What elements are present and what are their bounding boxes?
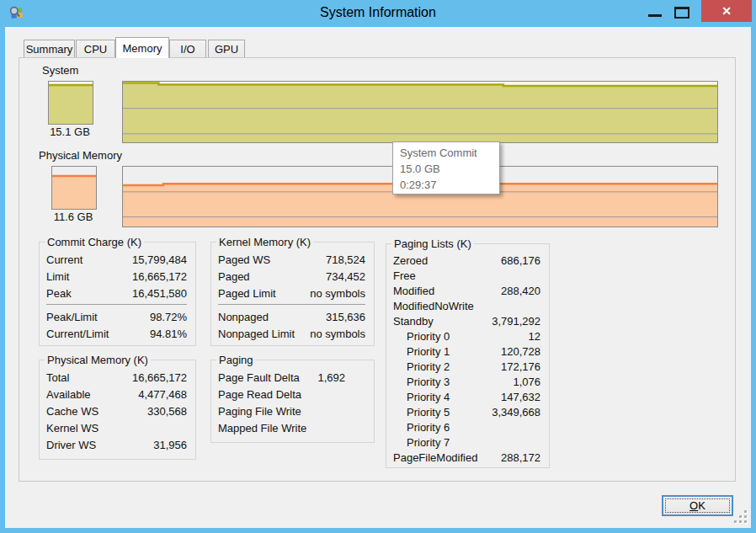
maximize-button[interactable] [668, 0, 695, 22]
stat-row: Current/Limit94.81% [46, 325, 187, 342]
separator [218, 304, 365, 305]
group-title: Paging [216, 354, 255, 366]
ok-label-rest: K [698, 499, 705, 512]
maximize-icon [674, 7, 689, 19]
stat-value: 288,172 [501, 451, 540, 464]
stat-value: 330,568 [147, 405, 187, 418]
stat-value: 1,076 [513, 376, 540, 388]
stat-value: 172,176 [501, 360, 540, 373]
stat-label: Paging File Write [218, 405, 301, 418]
stat-row: Priority 31,076 [393, 374, 540, 389]
tooltip-time: 0:29:37 [400, 177, 492, 193]
tab-cpu[interactable]: CPU [76, 40, 115, 57]
tab-label: Summary [26, 43, 73, 56]
stat-value: 315,636 [326, 311, 365, 323]
stat-row: Modified288,420 [393, 283, 540, 298]
tab-memory[interactable]: Memory [115, 37, 169, 58]
stat-value: 686,176 [501, 254, 540, 267]
stat-row: Priority 6 [393, 419, 540, 434]
stat-label: Modified [393, 285, 434, 297]
tab-label: I/O [180, 43, 194, 56]
stat-label: Mapped File Write [218, 422, 306, 434]
stat-row: Limit16,665,172 [46, 268, 187, 285]
stat-label: Limit [46, 270, 69, 283]
system-gauge-value: 15.1 GB [38, 125, 102, 138]
system-commit-gauge[interactable] [48, 81, 93, 125]
stat-row: Driver WS31,956 [46, 436, 187, 453]
stat-row: Page Read Delta [218, 386, 365, 402]
stat-label: Driver WS [46, 439, 96, 451]
stat-value: 3,791,292 [492, 315, 540, 328]
stat-row: Nonpaged315,636 [218, 308, 365, 325]
system-commit-history-graph[interactable] [122, 81, 718, 143]
tab-gpu[interactable]: GPU [208, 40, 245, 57]
stat-row: ModifiedNoWrite [393, 298, 540, 313]
group-title: Physical Memory (K) [45, 354, 151, 366]
stat-label: Paged Limit [218, 287, 276, 300]
stat-label: Peak/Limit [46, 311, 98, 323]
stat-label: Nonpaged [218, 311, 269, 323]
kernel-memory-group: Kernel Memory (K) Paged WS718,524Paged73… [210, 242, 375, 346]
stat-row: Current15,799,484 [46, 251, 187, 268]
stat-label: Priority 1 [393, 345, 450, 358]
close-icon: ✕ [721, 5, 732, 17]
stat-row: Peak16,451,580 [46, 285, 187, 301]
stat-row: Kernel WS [46, 419, 187, 436]
group-title: Paging Lists (K) [391, 237, 474, 250]
stat-value: no symbols [310, 287, 365, 300]
stat-label: Current/Limit [46, 328, 109, 340]
physical-memory-section-label: Physical Memory [39, 149, 122, 162]
stat-label: Priority 2 [393, 360, 450, 373]
stat-label: Page Fault Delta [218, 371, 300, 384]
stat-row: Page Fault Delta1,692 [218, 369, 365, 386]
stat-row: Nonpaged Limitno symbols [218, 325, 365, 342]
resize-grip[interactable] [734, 510, 749, 525]
stat-label: Priority 6 [393, 421, 450, 434]
stat-row: Priority 53,349,668 [393, 404, 540, 419]
stat-row: Paging File Write [218, 402, 365, 419]
stat-value: 120,728 [501, 345, 540, 358]
minimize-button[interactable] [642, 0, 668, 22]
stat-row: Priority 7 [393, 434, 540, 450]
stat-value: 288,420 [501, 285, 540, 297]
group-title: Commit Charge (K) [45, 236, 144, 248]
separator [46, 304, 187, 305]
stat-label: Page Read Delta [218, 388, 301, 401]
stat-value: 3,349,668 [492, 406, 540, 418]
close-button[interactable]: ✕ [701, 0, 752, 22]
paging-lists-group: Paging Lists (K) Zeroed686,176FreeModifi… [386, 243, 550, 468]
stat-row: Cache WS330,568 [46, 402, 187, 419]
stat-row: Paged Limitno symbols [218, 285, 365, 301]
stat-label: Paged WS [218, 253, 270, 266]
stat-value: 98.72% [150, 311, 187, 323]
stat-label: PageFileModified [393, 451, 477, 464]
tab-summary[interactable]: Summary [24, 40, 75, 57]
stat-row: PageFileModified288,172 [393, 450, 540, 465]
stat-label: Kernel WS [46, 422, 98, 434]
stat-label: Priority 5 [393, 406, 450, 418]
stat-row: Priority 1120,728 [393, 344, 540, 359]
ok-button[interactable]: OK [662, 495, 733, 516]
stat-label: Zeroed [393, 254, 428, 267]
stat-label: Priority 3 [393, 376, 450, 388]
stat-value: 718,524 [326, 253, 365, 266]
tab-label: Memory [123, 42, 162, 55]
stat-label: Nonpaged Limit [218, 328, 295, 340]
stat-value: 147,632 [501, 391, 540, 403]
stat-label: Cache WS [46, 405, 98, 418]
stat-row: Mapped File Write [218, 419, 365, 436]
stat-value: 4,477,468 [138, 388, 187, 401]
stat-value: 16,665,172 [132, 371, 187, 384]
stat-value: 12 [529, 330, 540, 343]
physical-memory-gauge[interactable] [51, 166, 97, 210]
tab-io[interactable]: I/O [169, 40, 206, 57]
stat-label: Total [46, 371, 69, 384]
stat-row: Priority 012 [393, 328, 540, 344]
stat-label: Priority 7 [393, 436, 450, 449]
tab-label: CPU [84, 43, 107, 56]
system-section-label: System [42, 64, 78, 77]
stat-label: Current [46, 253, 83, 266]
stat-label: Peak [46, 287, 72, 300]
stat-row: Priority 4147,632 [393, 389, 540, 404]
stat-value: 94.81% [150, 328, 187, 340]
